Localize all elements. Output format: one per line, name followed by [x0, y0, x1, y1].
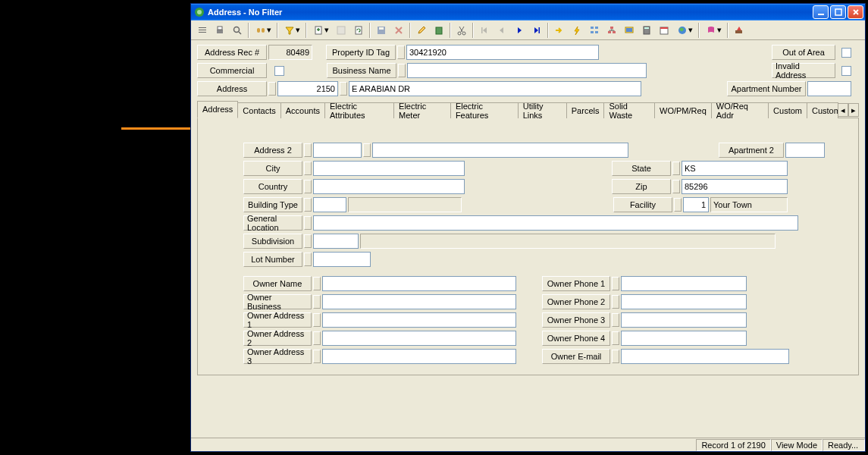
nav-prev-icon[interactable]	[494, 22, 510, 39]
owner-phone2-field[interactable]	[621, 294, 747, 309]
refresh-icon[interactable]	[350, 22, 367, 39]
properties-icon[interactable]	[333, 22, 349, 39]
lock-icon[interactable]	[313, 331, 321, 345]
owner-address3-field[interactable]	[322, 349, 516, 364]
tab-parcels[interactable]: Parcels	[566, 102, 605, 118]
lock-icon[interactable]	[304, 216, 312, 230]
lock-icon[interactable]	[304, 234, 312, 248]
lock-icon[interactable]	[304, 253, 312, 266]
owner-phone4-field[interactable]	[621, 331, 747, 346]
apartment2-field[interactable]	[785, 143, 825, 158]
lock-icon[interactable]	[612, 295, 619, 309]
tab-electric-attributes[interactable]: Electric Attributes	[324, 102, 394, 118]
book-icon[interactable]	[431, 22, 447, 39]
property-id-tag-field[interactable]: 30421920	[406, 45, 599, 60]
tab-custom[interactable]: Custom	[768, 102, 807, 118]
lock-icon[interactable]	[313, 295, 321, 309]
subdivision-code-field[interactable]	[313, 234, 359, 249]
lock-icon[interactable]	[313, 350, 321, 363]
lock-icon[interactable]	[612, 331, 619, 345]
monitor-icon[interactable]	[621, 22, 638, 39]
save-icon[interactable]	[373, 22, 390, 39]
minimize-button[interactable]	[813, 5, 829, 19]
country-field[interactable]	[313, 179, 465, 194]
lock-icon[interactable]	[398, 64, 406, 77]
lock-icon[interactable]	[313, 277, 321, 290]
owner-email-field[interactable]	[621, 349, 789, 364]
lot-number-field[interactable]	[313, 252, 371, 267]
nav-last-icon[interactable]	[528, 22, 545, 39]
apartment-number-field[interactable]	[807, 81, 851, 96]
exit-icon[interactable]	[731, 22, 747, 39]
owner-name-field[interactable]	[322, 276, 516, 291]
tab-scroll-right[interactable]: ▸	[848, 103, 859, 117]
address2-street-field[interactable]	[372, 143, 628, 158]
zip-field[interactable]: 85296	[682, 179, 788, 194]
tab-accounts[interactable]: Accounts	[280, 102, 325, 118]
lock-icon[interactable]	[674, 198, 682, 212]
general-location-field[interactable]	[313, 215, 798, 231]
lock-icon[interactable]	[340, 82, 347, 96]
tab-electric-meter[interactable]: Electric Meter	[393, 102, 451, 118]
city-field[interactable]	[313, 161, 465, 176]
lock-icon[interactable]	[612, 277, 619, 290]
tab-address[interactable]: Address	[197, 101, 238, 118]
calendar-icon[interactable]	[656, 22, 672, 39]
lock-icon[interactable]	[268, 82, 276, 96]
address2-number-field[interactable]	[313, 143, 362, 158]
filter-icon[interactable]: ▾	[280, 22, 303, 39]
owner-business-field[interactable]	[322, 294, 516, 309]
tree-icon[interactable]	[586, 22, 603, 39]
cut-icon[interactable]	[453, 22, 470, 39]
lock-icon[interactable]	[304, 198, 312, 212]
org-icon[interactable]	[603, 22, 620, 39]
owner-address2-field[interactable]	[322, 331, 516, 346]
tab-electric-features[interactable]: Electric Features	[450, 102, 519, 118]
lock-icon[interactable]	[313, 313, 321, 327]
building-type-field[interactable]	[313, 197, 346, 212]
help-icon[interactable]: ▾	[702, 22, 725, 39]
lock-icon[interactable]	[304, 162, 312, 175]
tab-contacts[interactable]: Contacts	[237, 102, 280, 118]
nav-next-icon[interactable]	[511, 22, 528, 39]
owner-address1-field[interactable]	[322, 312, 516, 328]
print-icon[interactable]	[212, 22, 228, 39]
out-of-area-checkbox[interactable]	[841, 48, 851, 58]
tab-scroll-left[interactable]: ◂	[838, 103, 848, 117]
facility-code-field[interactable]: 1	[683, 197, 709, 212]
business-name-field[interactable]	[407, 63, 647, 78]
calculator-icon[interactable]	[638, 22, 655, 39]
tab-wo-pm-req[interactable]: WO/PM/Req	[654, 102, 712, 118]
address-street-field[interactable]: E ARABIAN DR	[349, 81, 641, 96]
nav-first-icon[interactable]	[476, 22, 493, 39]
lock-icon[interactable]	[612, 350, 619, 363]
tab-utility-links[interactable]: Utility Links	[518, 102, 567, 118]
tab-custom-2[interactable]: Custom	[807, 102, 838, 118]
tab-solid-waste[interactable]: Solid Waste	[603, 102, 655, 118]
commercial-checkbox[interactable]	[274, 66, 284, 76]
owner-phone1-field[interactable]	[621, 276, 747, 291]
lightning-icon[interactable]	[569, 22, 585, 39]
binoculars-icon[interactable]: ▾	[252, 22, 274, 39]
address-number-field[interactable]: 2150	[277, 81, 338, 96]
lock-icon[interactable]	[672, 180, 680, 193]
tab-wo-req-addr[interactable]: WO/Req Addr	[711, 102, 769, 118]
maximize-button[interactable]	[830, 5, 846, 19]
goto-icon[interactable]	[551, 22, 568, 39]
lock-icon[interactable]	[304, 143, 312, 157]
edit-icon[interactable]	[413, 22, 430, 39]
lock-icon[interactable]	[612, 313, 619, 327]
lock-icon[interactable]	[304, 180, 312, 193]
state-field[interactable]: KS	[682, 161, 788, 176]
globe-icon[interactable]: ▾	[673, 22, 696, 39]
new-record-icon[interactable]: ▾	[309, 22, 332, 39]
lock-icon[interactable]	[672, 162, 680, 175]
invalid-address-checkbox[interactable]	[841, 66, 851, 76]
search-icon[interactable]	[229, 22, 246, 39]
owner-phone3-field[interactable]	[621, 312, 747, 328]
lock-icon[interactable]	[397, 46, 405, 59]
list-icon[interactable]	[194, 22, 211, 39]
lock-icon[interactable]	[363, 143, 371, 157]
close-button[interactable]	[848, 5, 863, 19]
delete-icon[interactable]	[390, 22, 407, 39]
